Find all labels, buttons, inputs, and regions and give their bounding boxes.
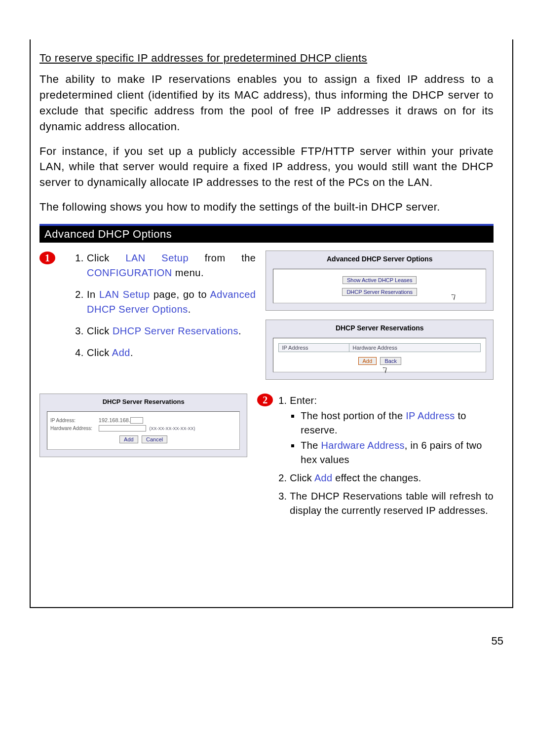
- cursor-icon-2: [382, 366, 388, 373]
- form-cancel-button[interactable]: Cancel: [142, 435, 167, 443]
- paragraph-2: For instance, if you set up a publicly a…: [39, 144, 494, 191]
- options-bar: Advanced DHCP Options: [39, 224, 494, 243]
- hl-configuration: CONFIGURATION: [87, 267, 172, 278]
- hl-lan-setup: LAN Setup: [125, 252, 189, 263]
- step-badge-2: 2: [257, 394, 273, 406]
- show-active-leases-button[interactable]: Show Active DHCP Leases: [343, 276, 417, 284]
- panel-b-title: DHCP Server Reservations: [266, 320, 493, 334]
- bullet-hw: The Hardware Address, in 6 pairs of two …: [301, 438, 494, 467]
- reservations-add-button[interactable]: Add: [358, 357, 377, 365]
- dhcp-reservations-button[interactable]: DHCP Server Reservations: [342, 288, 417, 296]
- t: In: [87, 289, 99, 300]
- panel-adv-dhcp-options: Advanced DHCP Server Options Show Active…: [266, 251, 494, 311]
- row1-left: 1 Click LAN Setup from the CONFIGURATION…: [39, 251, 256, 367]
- panel-a-title: Advanced DHCP Server Options: [266, 251, 493, 265]
- t: Click: [87, 347, 112, 358]
- section-heading: To reserve specific IP addresses for pre…: [39, 52, 494, 65]
- t: effect the changes.: [332, 472, 421, 483]
- r2-step-3: The DHCP Reservations table will refresh…: [290, 489, 494, 518]
- bullet-ip: The host portion of the IP Address to re…: [301, 409, 494, 437]
- reservations-table: IP Address Hardware Address: [278, 343, 481, 352]
- t: .: [238, 325, 241, 336]
- hl-lan-setup-2: LAN Setup: [99, 289, 150, 300]
- row2-left: DHCP Server Reservations IP Address: 192…: [39, 394, 247, 466]
- col-hw: Hardware Address: [349, 344, 481, 352]
- reservations-back-button[interactable]: Back: [380, 357, 401, 365]
- t: Click: [87, 325, 113, 336]
- hl-add: Add: [112, 347, 130, 358]
- label-ip: IP Address:: [50, 418, 97, 423]
- t: Enter:: [290, 395, 317, 406]
- row-1: 1 Click LAN Setup from the CONFIGURATION…: [39, 251, 494, 389]
- t: Click: [87, 252, 125, 263]
- form-row-hw: Hardware Address: (XX-XX-XX-XX-XX-XX): [50, 425, 236, 432]
- row2-right: 2 Enter: The host portion of the IP Addr…: [257, 394, 494, 522]
- t: Click: [290, 472, 314, 483]
- hl-dhcp-res: DHCP Server Reservations: [113, 325, 238, 336]
- t: from the: [189, 252, 256, 263]
- r2-step-2: Click Add effect the changes.: [290, 471, 494, 485]
- ip-host-input[interactable]: [130, 417, 143, 424]
- col-ip: IP Address: [279, 344, 349, 352]
- form-add-button[interactable]: Add: [119, 435, 138, 443]
- content-area: To reserve specific IP addresses for pre…: [30, 39, 503, 532]
- row1-right: Advanced DHCP Server Options Show Active…: [266, 251, 494, 389]
- step-list-2: Enter: The host portion of the IP Addres…: [277, 394, 494, 518]
- t: menu.: [172, 267, 204, 278]
- hl-ip-address: IP Address: [406, 410, 455, 421]
- panel-dhcp-reservations-list: DHCP Server Reservations IP Address Hard…: [266, 320, 494, 380]
- t: .: [130, 347, 133, 358]
- step-1: Click LAN Setup from the CONFIGURATION m…: [87, 251, 256, 280]
- step-3: Click DHCP Server Reservations.: [87, 324, 256, 338]
- step-badge-1: 1: [39, 252, 55, 264]
- enter-bullets: The host portion of the IP Address to re…: [290, 409, 494, 467]
- label-hw: Hardware Address:: [50, 426, 97, 431]
- ip-prefix: 192.168.168.: [99, 417, 130, 423]
- panel-c-title: DHCP Server Reservations: [40, 394, 247, 407]
- paragraph-3: The following shows you how to modify th…: [39, 199, 494, 215]
- t: The: [301, 440, 321, 451]
- page-number: 55: [492, 635, 503, 648]
- step-4: Click Add.: [87, 345, 256, 360]
- panel-dhcp-reservations-form: DHCP Server Reservations IP Address: 192…: [39, 394, 247, 457]
- t: .: [188, 304, 191, 315]
- t: The host portion of the: [301, 410, 406, 421]
- cursor-icon: [452, 293, 457, 300]
- step-list-1: Click LAN Setup from the CONFIGURATION m…: [74, 251, 256, 360]
- hw-input[interactable]: [99, 425, 146, 432]
- hl-add-2: Add: [314, 472, 333, 483]
- form-row-ip: IP Address: 192.168.168.: [50, 417, 236, 424]
- step-2: In LAN Setup page, go to Advanced DHCP S…: [87, 287, 256, 317]
- row-2: DHCP Server Reservations IP Address: 192…: [39, 394, 494, 522]
- hw-hint: (XX-XX-XX-XX-XX-XX): [150, 426, 195, 431]
- page: To reserve specific IP addresses for pre…: [0, 0, 533, 756]
- paragraph-1: The ability to make IP reservations enab…: [39, 72, 494, 135]
- r2-step-1: Enter: The host portion of the IP Addres…: [290, 394, 494, 467]
- hl-hw-address: Hardware Address: [321, 440, 405, 451]
- t: page, go to: [150, 289, 210, 300]
